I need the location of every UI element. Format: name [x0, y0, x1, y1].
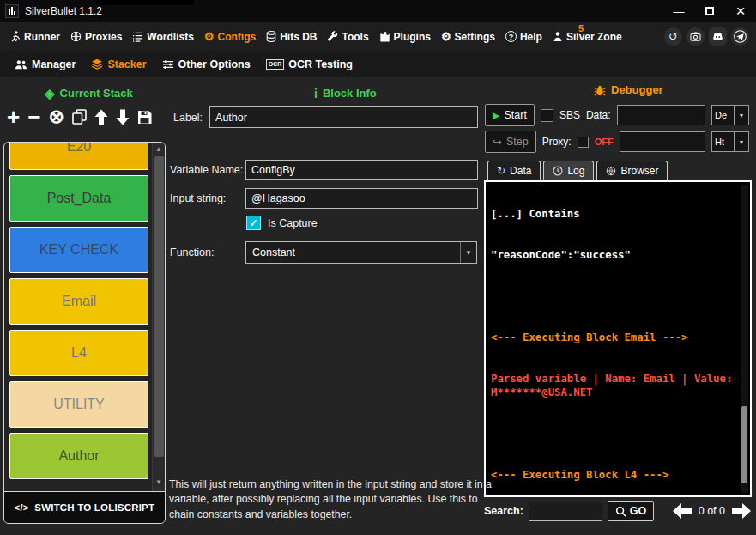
- previous-result-button[interactable]: [672, 502, 692, 520]
- switch-to-loliscript-button[interactable]: </> SWITCH TO LOLISCRIPT: [4, 491, 165, 523]
- log-scrollbar[interactable]: [741, 185, 748, 493]
- clock-history-icon: [553, 166, 563, 176]
- log-search-row: Search: GO 0 of 0: [484, 498, 752, 524]
- step-label: Step: [506, 136, 529, 148]
- sub-label: OCR Testing: [288, 58, 353, 70]
- stack-block[interactable]: L4: [9, 330, 148, 376]
- block-label: L4: [71, 345, 87, 361]
- menu-item-runner[interactable]: Runner: [5, 22, 65, 51]
- menu-item-tools[interactable]: Tools: [322, 22, 373, 51]
- sbs-label: SBS: [559, 109, 580, 121]
- question-icon: ?: [505, 31, 517, 42]
- input-string-label: Input string:: [170, 192, 245, 204]
- sbs-checkbox[interactable]: [541, 109, 553, 122]
- proxy-input[interactable]: [620, 131, 705, 152]
- stack-block[interactable]: UTILITY: [9, 381, 148, 428]
- start-button[interactable]: ▶ Start: [485, 104, 535, 126]
- current-stack-header: ◈ Current Stack: [45, 87, 133, 100]
- menu-item-plugins[interactable]: Plugins: [374, 22, 436, 51]
- close-button[interactable]: ×: [725, 0, 756, 22]
- save-icon: [137, 110, 152, 125]
- screenshot-button[interactable]: [686, 27, 705, 46]
- log-line: [491, 289, 736, 303]
- tab-data[interactable]: ↻ Data: [487, 161, 541, 180]
- menu-item-proxies[interactable]: Proxies: [65, 22, 127, 51]
- move-down-button[interactable]: [116, 104, 130, 130]
- debugger-row-1: ▶ Start SBS Data: De ▼: [485, 104, 749, 126]
- telegram-button[interactable]: [731, 27, 749, 46]
- is-capture-checkbox[interactable]: ✓: [246, 216, 261, 230]
- clone-block-button[interactable]: [72, 104, 87, 130]
- menu-label: Proxies: [85, 31, 122, 43]
- scroll-up-icon[interactable]: ▲: [153, 143, 165, 155]
- log-content: [...] Contains "reasonCode":"success" <-…: [491, 180, 745, 497]
- next-result-button[interactable]: [731, 502, 752, 520]
- discord-button[interactable]: [709, 27, 727, 46]
- add-block-button[interactable]: +: [7, 104, 20, 130]
- tab-browser[interactable]: Browser: [596, 161, 668, 180]
- input-string-row: Input string:: [170, 188, 478, 209]
- minus-icon: −: [27, 106, 40, 128]
- tab-manager[interactable]: Manager: [7, 58, 83, 70]
- tab-log[interactable]: Log: [543, 161, 594, 180]
- step-button[interactable]: ↪ Step: [485, 131, 536, 153]
- stack-block[interactable]: Post_Data: [9, 175, 148, 222]
- log-line: [491, 427, 736, 441]
- block-label: KEY CHECK: [39, 242, 118, 258]
- menu-item-hits-db[interactable]: Hits DB: [261, 22, 322, 51]
- current-stack-title: Current Stack: [60, 87, 133, 100]
- block-label: Post_Data: [47, 191, 112, 206]
- search-go-button[interactable]: GO: [608, 501, 654, 521]
- log-line: <--- Executing Block Email --->: [491, 331, 736, 344]
- label-input[interactable]: [209, 106, 478, 128]
- data-mode-dropdown[interactable]: De ▼: [711, 105, 749, 125]
- menu-label: Silver Zone: [566, 31, 622, 43]
- remove-block-button[interactable]: −: [27, 104, 40, 130]
- stack-blocks-wrap: E20 Post_Data KEY CHECK Email L4 UTILITY…: [4, 143, 165, 491]
- move-up-button[interactable]: [94, 104, 108, 130]
- function-dropdown[interactable]: Constant ▼: [245, 241, 477, 264]
- log-scrollbar-thumb[interactable]: [741, 406, 747, 483]
- stack-block[interactable]: KEY CHECK: [9, 227, 148, 273]
- menu-item-help[interactable]: ? Help: [500, 22, 547, 51]
- function-value: Constant: [246, 246, 460, 258]
- menu-item-settings[interactable]: ⚙ Settings: [436, 22, 500, 51]
- scroll-down-icon[interactable]: ▼: [153, 477, 165, 489]
- stack-block[interactable]: E20: [9, 143, 148, 170]
- disable-block-button[interactable]: ⊗: [48, 104, 64, 130]
- minimize-button[interactable]: —: [663, 0, 694, 22]
- debugger-log-panel: [...] Contains "reasonCode":"success" <-…: [484, 180, 752, 497]
- stack-scrollbar-thumb[interactable]: [154, 156, 164, 457]
- data-label: Data:: [586, 109, 611, 121]
- save-stack-button[interactable]: [137, 104, 152, 130]
- chevron-down-icon: ▼: [460, 242, 476, 263]
- variable-name-input[interactable]: [245, 160, 478, 180]
- refresh-icon: ↻: [497, 166, 505, 176]
- search-input[interactable]: [529, 502, 602, 521]
- tab-stacker[interactable]: Stacker: [83, 58, 154, 70]
- history-icon: ↺: [668, 30, 678, 43]
- variable-name-label: Variable Name:: [170, 164, 245, 176]
- person-pin-icon: [553, 31, 563, 42]
- stack-block[interactable]: Author: [9, 433, 148, 479]
- database-icon: [266, 31, 276, 42]
- window-tab-notch: [96, 0, 194, 5]
- tab-ocr-testing[interactable]: OCR OCR Testing: [258, 58, 360, 70]
- is-capture-label: Is Capture: [268, 217, 318, 229]
- menu-item-wordlists[interactable]: Wordlists: [127, 22, 198, 51]
- chevron-down-icon: ▼: [735, 131, 749, 152]
- history-button[interactable]: ↺: [664, 27, 682, 46]
- debugger-controls: ▶ Start SBS Data: De ▼ ↪ Step Proxy: OFF…: [485, 104, 749, 157]
- tab-other-options[interactable]: Other Options: [154, 58, 258, 70]
- maximize-button[interactable]: [694, 0, 725, 22]
- stack-block[interactable]: Email: [9, 278, 148, 325]
- tab-label: Browser: [620, 165, 658, 177]
- input-string-input[interactable]: [245, 188, 478, 209]
- stack-scrollbar[interactable]: ▲ ▼: [152, 143, 165, 491]
- menu-item-silver-zone[interactable]: 5 Silver Zone: [547, 22, 627, 51]
- ocr-icon: OCR: [266, 59, 285, 70]
- menu-item-configs[interactable]: ⚙ Configs: [199, 22, 261, 51]
- proxy-checkbox[interactable]: [578, 137, 589, 148]
- data-input[interactable]: [617, 105, 705, 125]
- proxy-mode-dropdown[interactable]: Ht ▼: [711, 131, 749, 152]
